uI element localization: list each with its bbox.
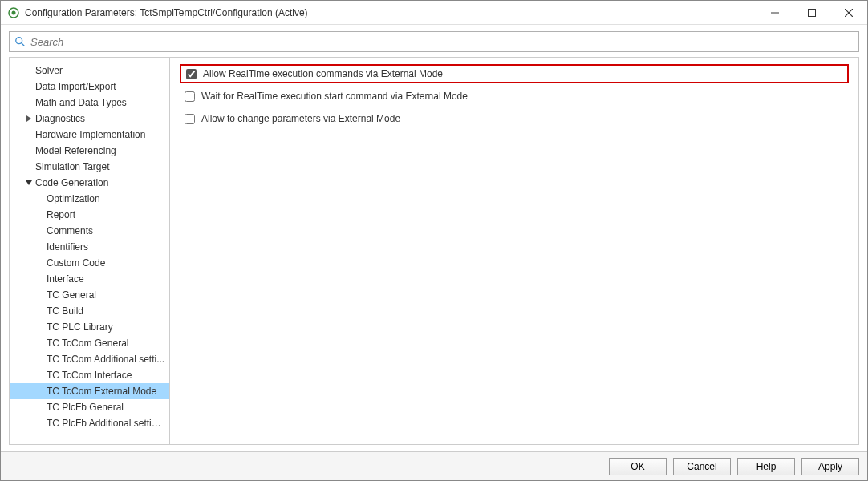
svg-point-6 <box>16 38 22 44</box>
content-panel: Allow RealTime execution commands via Ex… <box>170 58 858 444</box>
sidebar-item-tc-general[interactable]: TC General <box>10 287 169 303</box>
sidebar-item-label: TC General <box>47 289 96 301</box>
sidebar-item-identifiers[interactable]: Identifiers <box>10 239 169 255</box>
sidebar-item-label: Comments <box>47 225 93 236</box>
search-input[interactable] <box>30 36 854 48</box>
sidebar-item-interface[interactable]: Interface <box>10 271 169 287</box>
sidebar-item-tc-plcfb-additional-settings[interactable]: TC PlcFb Additional settings <box>10 415 169 431</box>
apply-button[interactable]: Apply <box>801 458 859 475</box>
sidebar-item-label: Math and Data Types <box>35 97 127 108</box>
sidebar-item-tc-plcfb-general[interactable]: TC PlcFb General <box>10 399 169 415</box>
window-title: Configuration Parameters: TctSmplTempCtr… <box>25 7 308 18</box>
sidebar-item-model-referencing[interactable]: Model Referencing <box>10 143 169 159</box>
option-row-2: Allow to change parameters via External … <box>180 109 849 128</box>
svg-line-7 <box>22 43 25 46</box>
sidebar-item-label: Optimization <box>47 193 100 204</box>
sidebar-item-label: TC TcCom Additional setti... <box>47 354 164 365</box>
sidebar-item-label: Identifiers <box>47 241 88 253</box>
option-label[interactable]: Allow to change parameters via External … <box>201 113 400 124</box>
minimize-button[interactable] <box>756 1 793 25</box>
sidebar-item-tc-build[interactable]: TC Build <box>10 303 169 319</box>
option-label[interactable]: Allow RealTime execution commands via Ex… <box>203 68 443 79</box>
option-label[interactable]: Wait for RealTime execution start comman… <box>201 91 468 102</box>
sidebar-item-label: Data Import/Export <box>35 81 116 92</box>
sidebar-item-label: TC TcCom Interface <box>47 370 132 381</box>
option-checkbox-1[interactable] <box>185 91 195 102</box>
sidebar-item-label: TC PlcFb General <box>47 402 124 413</box>
sidebar-item-hardware-implementation[interactable]: Hardware Implementation <box>10 127 169 143</box>
sidebar-item-data-import-export[interactable]: Data Import/Export <box>10 79 169 95</box>
maximize-button[interactable] <box>793 1 830 25</box>
sidebar-item-label: TC Build <box>47 305 83 317</box>
cancel-button[interactable]: Cancel <box>673 458 731 475</box>
sidebar-item-simulation-target[interactable]: Simulation Target <box>10 159 169 175</box>
sidebar-item-code-generation[interactable]: Code Generation <box>10 175 169 191</box>
svg-marker-8 <box>26 115 31 122</box>
option-checkbox-2[interactable] <box>185 114 195 124</box>
sidebar-item-tc-tccom-additional-setti[interactable]: TC TcCom Additional setti... <box>10 351 169 367</box>
app-icon <box>7 6 20 19</box>
sidebar-item-label: TC PLC Library <box>47 321 113 333</box>
main-panel: SolverData Import/ExportMath and Data Ty… <box>9 57 859 445</box>
close-button[interactable] <box>830 1 867 25</box>
sidebar-item-tc-tccom-interface[interactable]: TC TcCom Interface <box>10 367 169 383</box>
sidebar-item-label: Hardware Implementation <box>35 129 145 140</box>
sidebar-item-tc-plc-library[interactable]: TC PLC Library <box>10 319 169 335</box>
sidebar-item-label: Model Referencing <box>35 145 116 156</box>
sidebar-item-label: Code Generation <box>35 177 108 188</box>
sidebar-item-optimization[interactable]: Optimization <box>10 191 169 207</box>
sidebar-item-label: TC TcCom External Mode <box>47 386 156 397</box>
sidebar-item-label: Interface <box>47 273 84 285</box>
svg-marker-9 <box>26 180 32 185</box>
chevron-right-icon[interactable] <box>24 114 34 123</box>
sidebar-item-solver[interactable]: Solver <box>10 63 169 79</box>
chevron-down-icon[interactable] <box>24 178 34 188</box>
sidebar-item-report[interactable]: Report <box>10 207 169 223</box>
sidebar-item-math-and-data-types[interactable]: Math and Data Types <box>10 95 169 111</box>
sidebar-item-diagnostics[interactable]: Diagnostics <box>10 111 169 127</box>
option-row-1: Wait for RealTime execution start comman… <box>180 87 849 106</box>
sidebar-item-label: Report <box>47 209 75 220</box>
option-checkbox-0[interactable] <box>186 69 197 79</box>
search-bar[interactable] <box>9 31 859 52</box>
sidebar-item-tc-tccom-general[interactable]: TC TcCom General <box>10 335 169 351</box>
sidebar-item-label: Simulation Target <box>35 161 110 172</box>
help-button[interactable]: Help <box>737 458 795 475</box>
svg-point-1 <box>12 10 16 14</box>
sidebar-item-label: Custom Code <box>47 257 105 269</box>
sidebar[interactable]: SolverData Import/ExportMath and Data Ty… <box>10 58 170 444</box>
footer: OK Cancel Help Apply <box>1 451 867 480</box>
svg-rect-3 <box>809 9 816 16</box>
sidebar-item-label: Diagnostics <box>35 113 85 124</box>
sidebar-item-custom-code[interactable]: Custom Code <box>10 255 169 271</box>
ok-button[interactable]: OK <box>609 458 667 475</box>
sidebar-item-label: TC TcCom General <box>47 338 128 349</box>
option-row-0: Allow RealTime execution commands via Ex… <box>180 64 849 83</box>
sidebar-item-comments[interactable]: Comments <box>10 223 169 239</box>
sidebar-item-label: Solver <box>35 65 63 76</box>
sidebar-item-label: TC PlcFb Additional settings <box>47 418 166 429</box>
search-icon <box>14 36 26 47</box>
sidebar-item-tc-tccom-external-mode[interactable]: TC TcCom External Mode <box>10 383 169 399</box>
titlebar: Configuration Parameters: TctSmplTempCtr… <box>1 1 867 25</box>
